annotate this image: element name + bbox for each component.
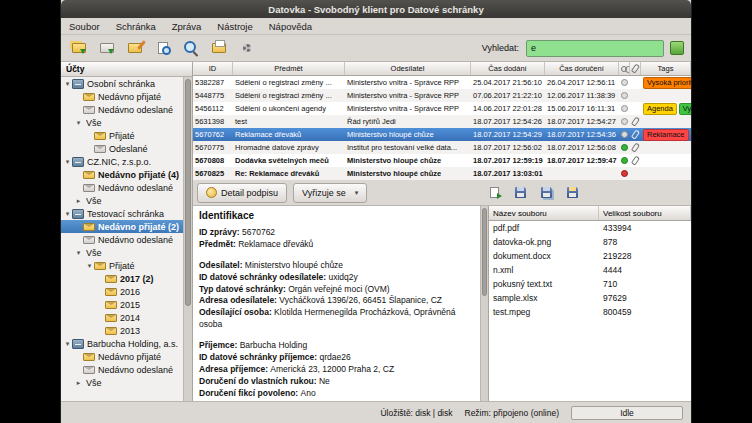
signature-detail-button[interactable]: Detail podpisu: [197, 183, 287, 203]
tree-item-prijate[interactable]: ▾Přijaté: [61, 259, 183, 272]
detail-value: 5670762: [242, 227, 275, 237]
gray-status-dot-icon: [621, 92, 628, 99]
message-row[interactable]: 5448775Sdělení o registraci změny ...Min…: [193, 89, 691, 102]
message-row[interactable]: 5631398testŘád rytířů Jedi18.07.2017 12:…: [193, 115, 691, 128]
processing-status-dropdown[interactable]: Vyřizuje se ▾: [293, 183, 367, 203]
acceptance-time: 18.07.2017 12:54:36: [545, 128, 619, 141]
green-status-dot-icon: [621, 157, 628, 164]
detail-heading: Identifikace: [199, 210, 474, 221]
read-status-cell: [619, 167, 630, 180]
tree-item-prijate[interactable]: Přijaté: [61, 129, 183, 142]
sync-all-accounts-button[interactable]: [66, 37, 91, 60]
message-row[interactable]: 5382287Sdělení o registraci změny ...Min…: [193, 76, 691, 89]
accounts-scrollbar[interactable]: [183, 77, 192, 401]
detail-value: Americká 23, 12000 Praha 2, CZ: [270, 364, 394, 374]
expander-open-icon[interactable]: ▾: [74, 249, 83, 257]
search-message-button[interactable]: [178, 37, 203, 60]
tree-item-nedavno-prijate[interactable]: Nedávno přijaté: [61, 90, 183, 103]
search-input[interactable]: [526, 40, 664, 57]
column-header-accepted[interactable]: Čas doručení: [545, 62, 619, 75]
title-bar[interactable]: Datovka - Svobodný klient pro Datové sch…: [61, 0, 691, 18]
attachment-row[interactable]: dokument.docx219228: [489, 249, 691, 263]
attachment-row[interactable]: sample.xlsx97629: [489, 291, 691, 305]
tree-item-nedavno-prijate-2[interactable]: Nedávno přijaté (2): [61, 220, 183, 233]
tree-item-nedavno-odeslane[interactable]: Nedávno odeslané: [61, 363, 183, 376]
compose-message-button[interactable]: [122, 37, 147, 60]
verify-message-button[interactable]: [150, 37, 175, 60]
tree-item-vse[interactable]: ▾Vše: [61, 116, 183, 129]
scrollbar-thumb[interactable]: [482, 208, 487, 296]
expander-open-icon[interactable]: ▾: [63, 340, 72, 348]
tree-item-odeslane[interactable]: Odeslané: [61, 142, 183, 155]
menu-item-nastroje[interactable]: Nástroje: [209, 18, 260, 34]
acceptance-time: [545, 167, 619, 180]
tree-item-cz-nic-z-s-p-o[interactable]: ▾CZ.NIC, z.s.p.o.: [61, 155, 183, 168]
tree-item-nedavno-odeslane[interactable]: Nedávno odeslané: [61, 233, 183, 246]
menu-item-napoveda[interactable]: Nápověda: [261, 18, 320, 34]
message-row[interactable]: 5670825Re: Reklamace dřevákůMinisterstvo…: [193, 167, 691, 180]
settings-button[interactable]: [234, 37, 259, 60]
tree-item-nedavno-prijate[interactable]: Nedávno přijaté: [61, 350, 183, 363]
expander-closed-icon[interactable]: ▸: [74, 197, 83, 205]
message-sender: Ministerstvo vnitra - Správce RPP: [345, 102, 471, 115]
attachment-size-column-header[interactable]: Velikost souboru: [599, 206, 691, 220]
clear-search-button[interactable]: [667, 39, 686, 58]
tree-item-nedavno-odeslane[interactable]: Nedávno odeslané: [61, 181, 183, 194]
tree-item-2017-2[interactable]: 2017 (2): [61, 272, 183, 285]
tree-item-2016[interactable]: 2016: [61, 285, 183, 298]
expander-open-icon[interactable]: ▾: [63, 80, 72, 88]
message-row[interactable]: 5670775Hromadné datové zprávyInstitut pr…: [193, 141, 691, 154]
message-row[interactable]: 5670808Dodávka světelných mečůMinisterst…: [193, 154, 691, 167]
tree-item-2014[interactable]: 2014: [61, 311, 183, 324]
attachment-row[interactable]: n.xml4444: [489, 263, 691, 277]
column-header-tags[interactable]: Tags: [641, 62, 691, 75]
menu-item-zprava[interactable]: Zpráva: [164, 18, 210, 34]
column-header-subject[interactable]: Předmět: [233, 62, 345, 75]
expander-open-icon[interactable]: ▾: [85, 262, 94, 270]
menu-item-schranka[interactable]: Schránka: [108, 18, 164, 34]
find-databox-button[interactable]: [206, 37, 231, 60]
save-all-attachments-button[interactable]: [535, 183, 557, 203]
save-selected-attachments-button[interactable]: [561, 183, 583, 203]
tree-item-label: 2014: [120, 313, 140, 323]
expander-closed-icon[interactable]: ▸: [74, 379, 83, 387]
column-header-read-status[interactable]: [619, 62, 630, 75]
tree-item-testovaci-schranka[interactable]: ▾Testovací schránka: [61, 207, 183, 220]
attachment-row[interactable]: test.mpeg800459: [489, 305, 691, 319]
message-row[interactable]: 5670762Reklamace dřevákůMinisterstvo hlo…: [193, 128, 691, 141]
paperclip-icon: [631, 129, 640, 139]
column-header-sender[interactable]: Odesílatel: [345, 62, 471, 75]
tree-item-label: Vše: [86, 196, 102, 206]
tree-item-osobni-schranka[interactable]: ▾Osobní schránka: [61, 77, 183, 90]
expander-open-icon[interactable]: ▾: [63, 210, 72, 218]
expander-open-icon[interactable]: ▾: [74, 119, 83, 127]
tree-item-label: 2015: [120, 300, 140, 310]
tree-item-2013[interactable]: 2013: [61, 324, 183, 337]
column-header-attachment[interactable]: [630, 62, 641, 75]
message-row[interactable]: 5456112Sdělení o ukončení agendyMinister…: [193, 102, 691, 115]
tree-item-nedavno-prijate-4[interactable]: Nedávno přijaté (4): [61, 168, 183, 181]
sent-icon: [94, 145, 106, 153]
attachment-row[interactable]: datovka-ok.png878: [489, 235, 691, 249]
attachment-row[interactable]: pdf.pdf433994: [489, 221, 691, 235]
sent-icon: [83, 106, 95, 114]
attachment-name-column-header[interactable]: Název souboru: [489, 206, 599, 220]
attachment-row[interactable]: pokusný text.txt710: [489, 277, 691, 291]
tree-item-vse[interactable]: ▾Vše: [61, 246, 183, 259]
tree-item-2015[interactable]: 2015: [61, 298, 183, 311]
message-sender: Ministerstvo hloupé chůze: [345, 154, 471, 167]
tree-item-vse[interactable]: ▸Vše: [61, 194, 183, 207]
scrollbar-thumb[interactable]: [185, 79, 191, 306]
open-attachment-button[interactable]: [483, 183, 505, 203]
expander-open-icon[interactable]: ▾: [63, 158, 72, 166]
tree-item-nedavno-odeslane[interactable]: Nedávno odeslané: [61, 103, 183, 116]
detail-scrollbar[interactable]: [480, 206, 489, 401]
tree-item-vse[interactable]: ▸Vše: [61, 376, 183, 389]
column-header-id[interactable]: ID: [193, 62, 233, 75]
menu-item-soubor[interactable]: Soubor: [61, 18, 108, 34]
toolbar: Vyhledat:: [61, 35, 691, 62]
column-header-delivered[interactable]: Čas dodání: [471, 62, 545, 75]
save-attachment-button[interactable]: [509, 183, 531, 203]
download-messages-button[interactable]: [94, 37, 119, 60]
tree-item-barbucha-holding-a-s[interactable]: ▾Barbucha Holding, a.s.: [61, 337, 183, 350]
